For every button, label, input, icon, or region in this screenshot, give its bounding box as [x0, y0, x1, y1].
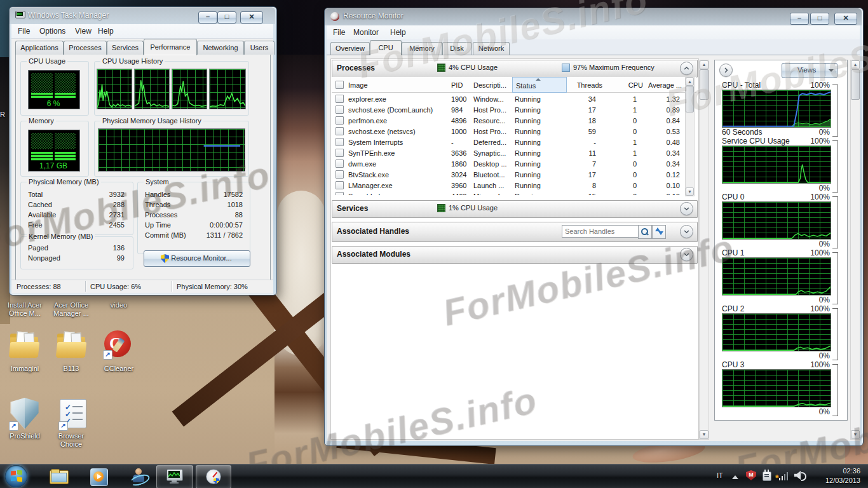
restore-button[interactable]: □: [217, 11, 236, 24]
row-checkbox[interactable]: [336, 159, 344, 168]
menu-file[interactable]: File: [18, 27, 30, 36]
scroll-up-button[interactable]: ▲: [686, 78, 694, 86]
search-handles-input[interactable]: [562, 225, 639, 238]
column-image[interactable]: Image: [348, 81, 368, 89]
row-checkbox[interactable]: [336, 95, 344, 103]
tab-applications[interactable]: Applications: [15, 41, 64, 55]
expand-services-chevron[interactable]: [680, 202, 693, 215]
column-threads[interactable]: Threads: [567, 81, 602, 89]
row-checkbox[interactable]: [336, 127, 344, 135]
tab-networking[interactable]: Networking: [197, 41, 244, 55]
table-row[interactable]: explorer.exe 1900 Window... Running 34 1…: [332, 93, 685, 104]
resource-monitor-button[interactable]: Resource Monitor...: [144, 250, 250, 267]
tray-clock-time[interactable]: 02:36: [813, 467, 860, 475]
menu-help[interactable]: Help: [98, 27, 114, 36]
table-row[interactable]: BtvStack.exe 3024 Bluetoot... Running 17…: [332, 169, 685, 180]
resource-monitor-titlebar[interactable]: [325, 8, 862, 25]
refresh-handles-button[interactable]: [652, 225, 666, 239]
desktop-icon-immagini-label[interactable]: Immagini: [0, 365, 50, 373]
close-button[interactable]: ✕: [240, 11, 263, 24]
tab-disk[interactable]: Disk: [442, 42, 471, 55]
tab-cpu[interactable]: CPU: [370, 40, 402, 55]
desktop-icon-install-acer[interactable]: Install Acer Office M...: [0, 301, 50, 318]
expand-handles-chevron[interactable]: [680, 225, 693, 238]
tray-power-plug-icon[interactable]: [762, 470, 771, 480]
desktop-icon-browser-choice-label[interactable]: Browser Choice: [47, 432, 95, 449]
right-pane-scrollbar[interactable]: ▲ ▼: [850, 60, 860, 440]
views-button[interactable]: Views: [782, 63, 837, 78]
table-row[interactable]: perfmon.exe 4896 Resourc... Running 18 0…: [332, 115, 685, 126]
collapse-processes-chevron[interactable]: [680, 62, 693, 75]
column-description[interactable]: Descripti...: [473, 81, 506, 89]
row-checkbox[interactable]: [336, 192, 344, 195]
menu-help[interactable]: Help: [390, 28, 406, 37]
expand-modules-chevron[interactable]: [680, 248, 693, 261]
scroll-up-button[interactable]: ▲: [851, 60, 860, 69]
tab-users[interactable]: Users: [244, 41, 275, 55]
tray-network-icon[interactable]: *: [778, 471, 790, 480]
scrollbar-thumb[interactable]: [700, 69, 709, 100]
collapse-panel-chevron[interactable]: [719, 64, 733, 77]
scrollbar-thumb[interactable]: [851, 69, 860, 100]
scrollbar-thumb[interactable]: [686, 86, 694, 112]
taskbar-task-manager-button[interactable]: [156, 465, 193, 488]
select-all-checkbox[interactable]: [336, 81, 344, 89]
folder-icon-immagini[interactable]: [9, 332, 41, 362]
row-checkbox[interactable]: [336, 170, 344, 179]
desktop-icon-ccleaner-label[interactable]: CCleaner: [95, 365, 142, 373]
column-cpu[interactable]: CPU: [605, 81, 643, 89]
column-status[interactable]: Status: [516, 82, 536, 90]
browser-choice-icon[interactable]: ✓✓✓ ↗: [58, 399, 88, 431]
tab-overview[interactable]: Overview: [330, 42, 370, 55]
scroll-up-button[interactable]: ▲: [700, 60, 709, 69]
row-checkbox[interactable]: [336, 116, 344, 125]
minimize-button[interactable]: –: [790, 13, 809, 25]
scroll-down-button[interactable]: ▼: [686, 187, 694, 196]
desktop-icon-b113-label[interactable]: B113: [47, 365, 95, 373]
tab-performance[interactable]: Performance: [144, 39, 197, 55]
minimize-button[interactable]: –: [198, 11, 217, 24]
scroll-down-button[interactable]: ▼: [700, 430, 709, 439]
table-row[interactable]: SearchIndexer.exe 4460 Microsof... Runni…: [332, 191, 685, 195]
proshield-icon[interactable]: ↗: [9, 398, 41, 431]
row-checkbox[interactable]: [336, 181, 344, 189]
menu-monitor[interactable]: Monitor: [353, 28, 379, 37]
folder-icon-b113[interactable]: [56, 332, 88, 362]
search-button[interactable]: [638, 225, 652, 239]
table-row[interactable]: SynTPEnh.exe 3636 Synaptic... Running 11…: [332, 147, 685, 158]
column-average-cpu[interactable]: Average ...: [648, 81, 682, 89]
tab-memory[interactable]: Memory: [402, 42, 442, 55]
left-pane-scrollbar[interactable]: ▲ ▼: [699, 60, 709, 440]
menu-view[interactable]: View: [75, 27, 92, 36]
table-row[interactable]: svchost.exe (netsvcs) 1000 Host Pro... R…: [332, 126, 685, 137]
menu-options[interactable]: Options: [39, 27, 65, 36]
row-checkbox[interactable]: [336, 105, 344, 114]
menu-file[interactable]: File: [333, 28, 345, 37]
tab-processes[interactable]: Processes: [64, 41, 107, 55]
taskbar-explorer-icon[interactable]: [50, 469, 69, 484]
row-checkbox[interactable]: [336, 149, 344, 157]
tray-clock-date[interactable]: 12/03/2013: [808, 477, 860, 484]
start-button[interactable]: [5, 465, 27, 487]
taskbar-media-player-icon[interactable]: [90, 468, 107, 485]
taskbar-user-utility-icon[interactable]: [130, 468, 149, 485]
tab-network[interactable]: Network: [473, 42, 510, 55]
scroll-down-button[interactable]: ▼: [851, 430, 860, 439]
desktop-icon-proshield-label[interactable]: ProShield: [0, 432, 50, 440]
desktop-icon-acer-office-manager[interactable]: Acer Office Manager ...: [47, 301, 95, 318]
tab-services[interactable]: Services: [107, 41, 144, 55]
services-section-bar[interactable]: [332, 200, 698, 218]
tray-language-indicator[interactable]: IT: [717, 471, 723, 479]
tray-volume-icon[interactable]: [794, 471, 806, 480]
table-scrollbar[interactable]: ▲ ▼: [685, 77, 695, 196]
row-checkbox[interactable]: [336, 138, 344, 146]
ccleaner-icon[interactable]: C ↗: [103, 329, 132, 361]
close-button[interactable]: ✕: [834, 13, 857, 25]
table-row[interactable]: LManager.exe 3960 Launch ... Running 8 0…: [332, 180, 685, 191]
column-pid[interactable]: PID: [451, 81, 463, 89]
table-row[interactable]: dwm.exe 1860 Desktop ... Running 7 0 0.3…: [332, 158, 685, 169]
tray-show-hidden-icons[interactable]: [732, 475, 738, 479]
restore-button[interactable]: □: [810, 13, 829, 25]
table-row[interactable]: svchost.exe (DcomLaunch) 984 Host Pro...…: [332, 104, 685, 115]
table-row[interactable]: System Interrupts - Deferred... Running …: [332, 137, 685, 147]
